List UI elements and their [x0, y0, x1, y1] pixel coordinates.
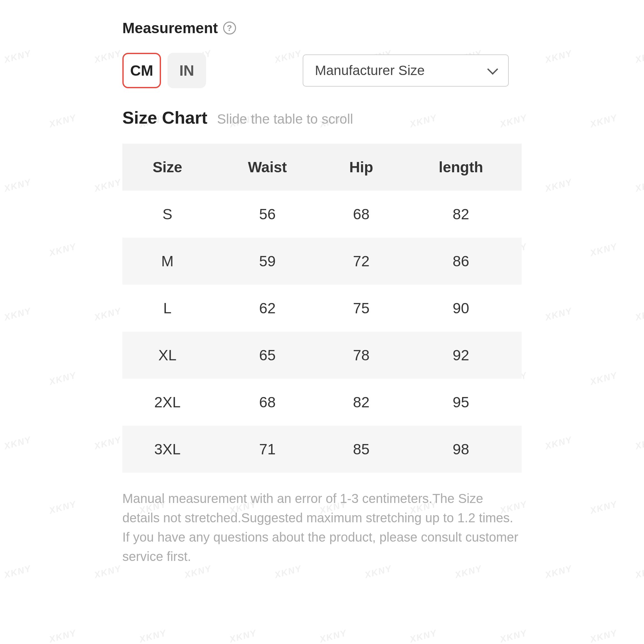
cell-length: 98 [400, 426, 522, 473]
cell-length: 95 [400, 379, 522, 426]
cell-waist: 56 [213, 191, 322, 238]
size-chart-table[interactable]: Size Waist Hip length S566882M597286L627… [122, 144, 522, 473]
table-row: 3XL718598 [122, 426, 522, 473]
col-header-size: Size [122, 144, 213, 191]
dropdown-selected-label: Manufacturer Size [315, 63, 425, 78]
cell-hip: 85 [322, 426, 400, 473]
table-row: XL657892 [122, 332, 522, 379]
table-row: 2XL688295 [122, 379, 522, 426]
cell-hip: 72 [322, 238, 400, 285]
cell-waist: 59 [213, 238, 322, 285]
unit-toggle: CM IN [122, 53, 206, 88]
footnote-text: Manual measurement with an error of 1-3 … [122, 489, 522, 566]
col-header-length: length [400, 144, 522, 191]
col-header-hip: Hip [322, 144, 400, 191]
cell-hip: 82 [322, 379, 400, 426]
unit-in-button[interactable]: IN [167, 53, 206, 88]
col-header-waist: Waist [213, 144, 322, 191]
cell-hip: 78 [322, 332, 400, 379]
table-row: S566882 [122, 191, 522, 238]
cell-waist: 62 [213, 285, 322, 332]
size-chart-hint: Slide the table to scroll [217, 111, 353, 127]
table-row: M597286 [122, 238, 522, 285]
cell-size: S [122, 191, 213, 238]
cell-length: 92 [400, 332, 522, 379]
controls-row: CM IN Manufacturer Size [122, 53, 522, 88]
help-icon[interactable]: ? [223, 22, 236, 34]
cell-size: L [122, 285, 213, 332]
cell-size: 3XL [122, 426, 213, 473]
cell-hip: 68 [322, 191, 400, 238]
measurement-header: Measurement ? [122, 19, 522, 37]
size-type-dropdown[interactable]: Manufacturer Size [303, 54, 509, 87]
unit-cm-button[interactable]: CM [122, 53, 161, 88]
cell-waist: 71 [213, 426, 322, 473]
size-chart-header: Size Chart Slide the table to scroll [122, 108, 522, 128]
table-row: L627590 [122, 285, 522, 332]
table-header-row: Size Waist Hip length [122, 144, 522, 191]
cell-waist: 68 [213, 379, 322, 426]
cell-size: M [122, 238, 213, 285]
measurement-title: Measurement [122, 19, 218, 37]
cell-hip: 75 [322, 285, 400, 332]
cell-size: XL [122, 332, 213, 379]
size-chart-title: Size Chart [122, 108, 207, 128]
cell-size: 2XL [122, 379, 213, 426]
cell-length: 86 [400, 238, 522, 285]
cell-length: 90 [400, 285, 522, 332]
chevron-down-icon [487, 64, 498, 75]
cell-length: 82 [400, 191, 522, 238]
cell-waist: 65 [213, 332, 322, 379]
page-container: Measurement ? CM IN Manufacturer Size Si… [0, 0, 644, 585]
